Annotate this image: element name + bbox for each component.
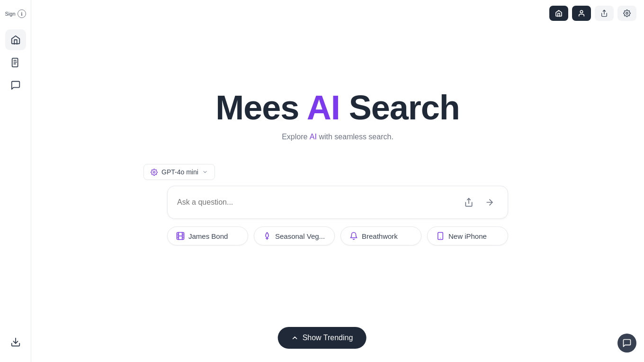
- user-top-button[interactable]: [572, 6, 591, 21]
- page-title: Mees AI Search: [215, 88, 460, 127]
- chat-icon: [10, 80, 21, 90]
- rocket-icon: [263, 232, 271, 240]
- show-trending-button[interactable]: Show Trending: [278, 327, 367, 349]
- model-selector[interactable]: GPT-4o mini: [143, 164, 215, 180]
- chip-seasonal-veg-label: Seasonal Veg...: [275, 232, 325, 240]
- svg-point-5: [580, 10, 582, 13]
- document-icon: [10, 57, 21, 68]
- sidebar-item-documents[interactable]: [5, 52, 26, 73]
- subtitle-suffix: with seamless search.: [317, 133, 394, 141]
- chip-breathwork[interactable]: Breathwork: [340, 226, 421, 245]
- chip-new-iphone[interactable]: New iPhone: [427, 226, 508, 245]
- share-search-button[interactable]: [460, 194, 477, 211]
- subtitle-ai-highlight: AI: [310, 133, 317, 141]
- chip-james-bond[interactable]: James Bond: [167, 226, 248, 245]
- sidebar-bottom: [5, 332, 26, 353]
- bell-icon: [349, 232, 358, 240]
- svg-point-7: [626, 12, 628, 14]
- sidebar-item-home[interactable]: [5, 29, 26, 50]
- gear-icon: [151, 169, 158, 176]
- chips-row: James Bond Seasonal Veg... Breathwork Ne…: [167, 226, 508, 245]
- share-top-icon: [600, 9, 608, 17]
- sidebar-nav: [5, 29, 26, 96]
- user-top-icon: [578, 9, 585, 17]
- model-selector-label: GPT-4o mini: [161, 168, 198, 176]
- title-ai: AI: [307, 89, 340, 127]
- share-top-button[interactable]: [595, 6, 614, 21]
- title-search: Search: [340, 89, 460, 127]
- search-go-button[interactable]: [481, 194, 498, 211]
- title-mees: Mees: [215, 89, 306, 127]
- subtitle: Explore AI with seamless search.: [282, 133, 394, 141]
- search-box: [167, 186, 508, 219]
- film-icon: [176, 232, 185, 240]
- model-selector-wrapper: GPT-4o mini: [167, 164, 508, 186]
- settings-top-icon: [623, 9, 631, 17]
- subtitle-prefix: Explore: [282, 133, 310, 141]
- sidebar-download-button[interactable]: [5, 332, 26, 353]
- chat-fab-button[interactable]: [617, 334, 636, 353]
- sidebar-item-chat[interactable]: [5, 75, 26, 96]
- trending-button-label: Show Trending: [303, 334, 353, 342]
- sign-in-button[interactable]: Sign ℹ: [3, 6, 27, 22]
- svg-point-8: [153, 171, 155, 173]
- download-icon: [10, 337, 21, 347]
- chip-james-bond-label: James Bond: [188, 232, 228, 240]
- home-icon: [10, 35, 21, 45]
- top-bar: [542, 0, 644, 27]
- search-actions: [460, 194, 498, 211]
- chip-new-iphone-label: New iPhone: [448, 232, 487, 240]
- chip-breathwork-label: Breathwork: [362, 232, 398, 240]
- share-search-icon: [464, 198, 474, 207]
- chip-seasonal-veg[interactable]: Seasonal Veg...: [254, 226, 335, 245]
- home-top-icon: [555, 9, 563, 17]
- home-top-button[interactable]: [549, 6, 568, 21]
- sidebar: Sign ℹ: [0, 0, 31, 362]
- main-content: Mees AI Search Explore AI with seamless …: [31, 0, 644, 362]
- sign-in-circle-icon: ℹ: [18, 9, 26, 18]
- mobile-icon: [436, 232, 445, 240]
- sign-in-label: Sign: [5, 11, 15, 17]
- search-input[interactable]: [177, 198, 455, 207]
- chevron-up-icon: [291, 334, 299, 342]
- arrow-right-icon: [485, 198, 494, 207]
- chat-fab-icon: [622, 338, 632, 348]
- chevron-down-icon: [202, 169, 208, 175]
- settings-top-button[interactable]: [617, 6, 636, 21]
